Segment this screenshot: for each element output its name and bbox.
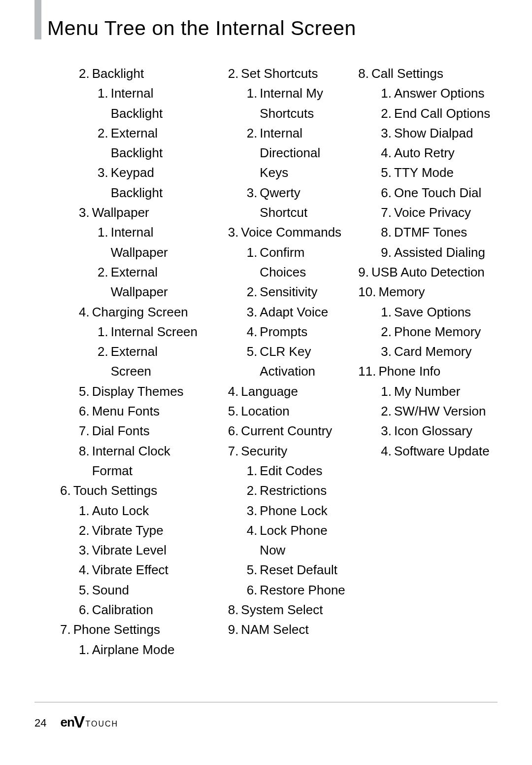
- menu-item: 6.One Touch Dial: [358, 183, 498, 203]
- menu-item: 1.Edit Codes: [209, 461, 349, 481]
- menu-item-label: Prompts: [260, 322, 348, 342]
- menu-item-label: Display Themes: [92, 382, 200, 401]
- menu-item-number: 10.: [358, 282, 376, 302]
- menu-item: 2.Restrictions: [209, 481, 349, 500]
- menu-item-label: Wallpaper: [92, 203, 200, 222]
- menu-item-label: Security: [241, 441, 348, 461]
- menu-item: 2.External Screen: [60, 342, 200, 382]
- menu-item-label: Internal Wallpaper: [111, 222, 200, 262]
- menu-item-number: 6.: [381, 183, 392, 203]
- brand-v: V: [74, 712, 85, 731]
- menu-item-label: Phone Info: [379, 361, 498, 381]
- menu-item: 3.Phone Lock: [209, 501, 349, 521]
- menu-item: 2.Internal Directional Keys: [209, 123, 349, 183]
- menu-item: 8.System Select: [209, 600, 349, 620]
- menu-item: 2.Backlight: [60, 64, 200, 83]
- menu-item-number: 2.: [98, 262, 108, 302]
- menu-item-label: My Number: [394, 382, 498, 401]
- menu-item: 9.Assisted Dialing: [358, 243, 498, 262]
- menu-item-number: 4.: [247, 322, 258, 342]
- menu-item: 3.Vibrate Level: [60, 540, 200, 560]
- menu-item: 2.Set Shortcuts: [209, 64, 349, 83]
- menu-item-label: Keypad Backlight: [111, 163, 200, 203]
- menu-item: 4.Software Update: [358, 441, 498, 461]
- menu-item: 11.Phone Info: [358, 361, 498, 381]
- menu-item-number: 1.: [247, 461, 258, 481]
- menu-item-label: Phone Lock: [260, 501, 348, 521]
- menu-item: 3.Wallpaper: [60, 203, 200, 222]
- menu-item-label: Confirm Choices: [260, 243, 348, 282]
- menu-item: 10.Memory: [358, 282, 498, 302]
- menu-item: 3.Card Memory: [358, 342, 498, 361]
- menu-item: 5.CLR Key Activation: [209, 342, 349, 382]
- menu-item-number: 2.: [98, 342, 108, 382]
- menu-item: 9.USB Auto Detection: [358, 262, 498, 282]
- menu-item: 2.Vibrate Type: [60, 521, 200, 540]
- menu-columns: 2.Backlight1.Internal Backlight2.Externa…: [34, 64, 498, 660]
- menu-item: 1.Internal My Shortcuts: [209, 83, 349, 123]
- menu-item: 5.TTY Mode: [358, 163, 498, 182]
- page-number: 24: [34, 717, 46, 730]
- menu-item: 3.Adapt Voice: [209, 302, 349, 322]
- menu-item: 4.Charging Screen: [60, 302, 200, 322]
- menu-item-label: CLR Key Activation: [260, 342, 348, 382]
- menu-item-label: Menu Fonts: [92, 401, 200, 421]
- menu-item-number: 3.: [79, 540, 90, 560]
- menu-item-number: 6.: [247, 580, 258, 600]
- menu-item-label: Internal Directional Keys: [260, 123, 348, 183]
- menu-item-number: 7.: [79, 421, 90, 441]
- menu-item-number: 1.: [98, 83, 108, 123]
- menu-item-number: 7.: [381, 203, 392, 222]
- menu-item-label: Voice Privacy: [394, 203, 498, 222]
- menu-item-number: 5.: [247, 560, 258, 580]
- menu-item-label: Set Shortcuts: [241, 64, 348, 83]
- menu-item: 3.Show Dialpad: [358, 123, 498, 143]
- menu-item-number: 3.: [247, 302, 258, 322]
- menu-item-label: Lock Phone Now: [260, 521, 348, 560]
- menu-item: 6.Calibration: [60, 600, 200, 620]
- menu-item-number: 4.: [247, 521, 258, 560]
- menu-item-number: 3.: [247, 501, 258, 521]
- menu-item-label: Internal Backlight: [111, 83, 200, 123]
- menu-item: 4.Lock Phone Now: [209, 521, 349, 560]
- menu-item-label: Phone Settings: [73, 620, 200, 639]
- menu-item-label: Restore Phone: [260, 580, 348, 600]
- menu-item: 6.Current Country: [209, 421, 349, 441]
- menu-item-number: 5.: [79, 580, 90, 600]
- menu-item-label: Answer Options: [394, 83, 498, 103]
- menu-column-1: 2.Backlight1.Internal Backlight2.Externa…: [34, 64, 204, 660]
- menu-item-label: Internal Clock Format: [92, 441, 200, 481]
- menu-item: 2.External Backlight: [60, 123, 200, 163]
- menu-item-number: 4.: [79, 560, 90, 580]
- menu-item-number: 4.: [381, 143, 392, 163]
- menu-item-number: 5.: [228, 401, 239, 421]
- menu-item-label: Calibration: [92, 600, 200, 620]
- page-title: Menu Tree on the Internal Screen: [47, 14, 356, 40]
- menu-item: 2.Sensitivity: [209, 282, 349, 302]
- menu-item-number: 3.: [247, 183, 258, 223]
- menu-item-number: 3.: [98, 163, 108, 203]
- menu-item-number: 11.: [358, 361, 376, 381]
- menu-item-number: 1.: [381, 83, 392, 103]
- menu-item-number: 7.: [60, 620, 71, 639]
- menu-item: 3.Icon Glossary: [358, 421, 498, 441]
- menu-item-label: Auto Retry: [394, 143, 498, 163]
- menu-item-number: 1.: [381, 382, 392, 401]
- menu-item-number: 8.: [79, 441, 90, 481]
- menu-item: 4.Auto Retry: [358, 143, 498, 163]
- menu-item-label: Adapt Voice: [260, 302, 348, 322]
- menu-item: 2.External Wallpaper: [60, 262, 200, 302]
- menu-item-number: 2.: [247, 123, 258, 183]
- menu-item: 9.NAM Select: [209, 620, 349, 639]
- menu-item: 4.Language: [209, 382, 349, 401]
- brand-logo: enVTOUCH: [60, 711, 118, 730]
- menu-item: 6.Menu Fonts: [60, 401, 200, 421]
- menu-item: 1.Internal Backlight: [60, 83, 200, 123]
- brand-touch: TOUCH: [86, 720, 119, 729]
- menu-item-number: 6.: [60, 481, 71, 500]
- menu-item-number: 3.: [228, 222, 239, 242]
- menu-item: 4.Prompts: [209, 322, 349, 342]
- menu-item: 5.Reset Default: [209, 560, 349, 580]
- menu-item: 1.Airplane Mode: [60, 640, 200, 660]
- menu-item-number: 1.: [79, 501, 90, 521]
